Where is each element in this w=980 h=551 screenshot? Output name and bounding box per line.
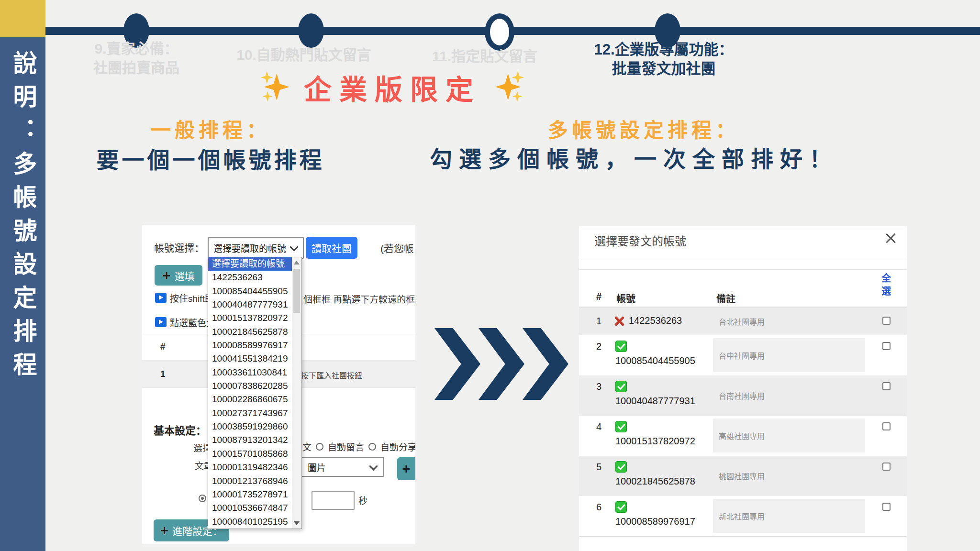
account-id: 100021845625878 <box>615 476 695 487</box>
account-note: 新北社團專用 <box>713 499 865 533</box>
dropdown-option[interactable]: 100015701085868 <box>208 447 301 461</box>
account-select-value: 選擇要讀取的帳號 <box>213 242 286 254</box>
dropdown-option[interactable]: 100041551384219 <box>208 352 301 365</box>
radio-auto-comment[interactable] <box>316 443 323 451</box>
media-type-value: 圖片 <box>308 461 326 474</box>
dropdown-option[interactable]: 100010536674847 <box>208 501 301 515</box>
dropdown-option[interactable]: 100001735278971 <box>208 488 301 501</box>
scroll-up-icon[interactable] <box>294 261 300 264</box>
right-heading: 多帳號設定排程： <box>538 114 749 143</box>
sidebar: 說明：多帳號設定排程 <box>0 37 45 551</box>
arrow-chevron-icon <box>479 328 524 400</box>
tip-shift-text-continued: 個框框 再點選下方較遠的框框 <box>303 292 415 305</box>
chevron-down-icon <box>290 242 298 251</box>
column-header-account: 帳號 <box>616 291 635 305</box>
optional-fill-button[interactable]: + 選填 <box>155 265 202 286</box>
divider <box>579 258 907 258</box>
multi-account-modal: 選擇要發文的帳號 全選 # 帳號 備註 11422536263台北社團專用210… <box>579 226 907 551</box>
scrollbar-thumb[interactable] <box>293 269 300 313</box>
account-checkbox[interactable] <box>882 317 891 325</box>
column-header-note: 備註 <box>716 291 735 305</box>
dropdown-option[interactable]: 100002286860675 <box>208 393 301 406</box>
account-checkbox[interactable] <box>882 503 891 511</box>
dropdown-option[interactable]: 100027371743967 <box>208 407 301 420</box>
arrow-chevron-icon <box>434 328 480 400</box>
green-check-icon <box>615 381 627 392</box>
dropdown-option[interactable]: 100021845625878 <box>208 325 301 339</box>
row-index: 1 <box>160 369 166 379</box>
play-icon <box>155 317 167 327</box>
clipped-teal-button[interactable]: + <box>397 457 415 480</box>
dropdown-option[interactable]: 100040487777931 <box>208 298 301 311</box>
account-checkbox[interactable] <box>882 382 891 390</box>
account-id: 100085404455905 <box>615 355 695 366</box>
basic-settings-label: 基本設定： <box>154 422 206 437</box>
select-all-link[interactable]: 全選 <box>880 272 893 298</box>
dropdown-option[interactable]: 100085404455905 <box>208 285 301 298</box>
dropdown-scrollbar[interactable] <box>292 257 301 529</box>
account-id: 1422536263 <box>629 315 682 326</box>
timeline-step-12: 12.企業版專屬功能： 批量發文加社團 <box>575 40 752 78</box>
account-table: 11422536263台北社團專用2100085404455905台中社團專用3… <box>579 308 907 537</box>
timeline-step-9: 9.賣家必備： 社團拍賣商品 <box>77 39 196 77</box>
dropdown-option[interactable]: 100087913201342 <box>208 433 301 447</box>
dropdown-option[interactable]: 100033611030841 <box>208 366 301 379</box>
dropdown-option[interactable]: 100007838620285 <box>208 379 301 393</box>
radio-auto-share-label: 自動分享( <box>380 440 415 453</box>
dropdown-option[interactable]: 100001213768946 <box>208 474 301 488</box>
post-type-radio-row: 文 自動留言 自動分享( <box>302 440 415 453</box>
timeline-step-10: 10.自動熱門貼文留言 <box>215 45 392 65</box>
account-note: 桃園社團專用 <box>713 459 865 493</box>
radio-selected[interactable] <box>199 495 206 502</box>
left-subheading: 要一個一個帳號排程 <box>91 142 330 175</box>
account-id: 100015137820972 <box>615 436 695 447</box>
divider <box>579 269 907 270</box>
dropdown-option[interactable]: 100038591929860 <box>208 420 301 433</box>
account-note-fragment: (若您帳 <box>380 241 414 255</box>
account-dropdown-items: 選擇要讀取的帳號14225362631000854044559051000404… <box>208 257 301 529</box>
row-index: 1 <box>596 316 601 327</box>
plus-icon: + <box>162 268 171 283</box>
radio-auto-share[interactable] <box>368 443 376 451</box>
dropdown-option[interactable]: 100015137820972 <box>208 311 301 325</box>
dropdown-option[interactable]: 100008401025195 <box>208 515 301 529</box>
account-id: 100040487777931 <box>615 396 695 407</box>
post-fragment-label: 文 <box>302 440 312 453</box>
account-note: 台南社團專用 <box>713 378 865 412</box>
account-row: 4100015137820972高雄社團專用 <box>579 416 907 456</box>
green-check-icon <box>615 461 627 473</box>
row-index: 2 <box>596 341 601 352</box>
green-check-icon <box>615 341 627 352</box>
single-scheduler-panel: 帳號選擇： 選擇要讀取的帳號 讀取社團 (若您帳 + 選填 按住shift即 個… <box>142 225 415 544</box>
seconds-input[interactable] <box>312 491 355 510</box>
dropdown-option[interactable]: 100001319482346 <box>208 461 301 474</box>
account-row: 2100085404455905台中社團專用 <box>579 335 907 375</box>
account-select[interactable]: 選擇要讀取的帳號 <box>208 237 304 259</box>
account-checkbox[interactable] <box>882 422 891 430</box>
account-checkbox[interactable] <box>882 342 891 350</box>
account-note: 台中社團專用 <box>713 338 865 372</box>
read-groups-button[interactable]: 讀取社團 <box>306 237 357 259</box>
row-index: 6 <box>596 502 601 513</box>
dropdown-option[interactable]: 100008589976917 <box>208 339 301 352</box>
seconds-label: 秒 <box>358 494 368 507</box>
slide: 說明：多帳號設定排程 9.賣家必備： 社團拍賣商品 10.自動熱門貼文留言 11… <box>0 0 980 551</box>
row-hint-text: 按下匯入社團按鈕 <box>301 369 362 381</box>
sparkle-icon <box>261 70 291 105</box>
radio-auto-comment-label: 自動留言 <box>328 440 364 453</box>
plus-icon: + <box>402 462 411 476</box>
account-checkbox[interactable] <box>882 463 891 471</box>
close-icon[interactable] <box>884 232 897 244</box>
corner-accent <box>0 0 45 37</box>
red-x-icon <box>613 315 625 327</box>
right-subheading: 勾選多個帳號，一次全部排好！ <box>407 141 861 174</box>
scroll-down-icon[interactable] <box>294 521 300 525</box>
column-header-index: # <box>596 291 601 302</box>
account-row: 6100008589976917新北社團專用 <box>579 496 907 536</box>
green-check-icon <box>615 421 627 432</box>
dropdown-option[interactable]: 選擇要讀取的帳號 <box>208 257 301 271</box>
account-dropdown-list[interactable]: 選擇要讀取的帳號14225362631000854044559051000404… <box>208 257 302 529</box>
dropdown-option[interactable]: 1422536263 <box>208 271 301 284</box>
row-index: 5 <box>596 462 601 473</box>
tip-shift: 按住shift即 <box>155 291 214 304</box>
